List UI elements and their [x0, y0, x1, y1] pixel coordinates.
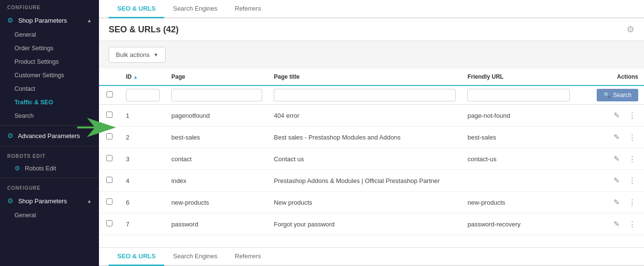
id-column-header[interactable]: ID ▲ — [120, 69, 166, 85]
edit-icon[interactable]: ✎ — [611, 131, 622, 143]
page-filter-cell — [166, 85, 268, 105]
edit-icon[interactable]: ✎ — [611, 175, 622, 186]
sidebar-item-customer-settings[interactable]: Customer Settings — [0, 69, 99, 82]
id-filter-input[interactable] — [126, 89, 160, 101]
row-friendly-url: password-recovery — [462, 213, 575, 235]
main-content: SEO & URLS Search Engines Referrers SEO … — [99, 0, 644, 266]
row-checkbox[interactable] — [106, 112, 112, 118]
arrow-indicator — [77, 118, 116, 139]
sidebar-item-order-settings[interactable]: Order Settings — [0, 42, 99, 55]
row-id: 3 — [120, 148, 166, 170]
row-actions-cell: ✎ ⋮ — [575, 105, 644, 126]
row-id: 2 — [120, 126, 166, 148]
tab-search-engines-bottom[interactable]: Search Engines — [164, 248, 226, 266]
row-checkbox-cell — [99, 148, 120, 170]
row-checkbox[interactable] — [106, 220, 112, 226]
filter-row: 🔍 Search — [99, 85, 644, 105]
sidebar-item-general[interactable]: General — [0, 28, 99, 42]
edit-icon[interactable]: ✎ — [611, 196, 622, 208]
configure-label: CONFIGURE — [0, 0, 99, 13]
table-row: 3 contact Contact us contact-us ✎ ⋮ — [99, 148, 644, 170]
select-all-header — [99, 69, 120, 85]
sidebar-item-traffic-seo[interactable]: Traffic & SEO — [0, 96, 99, 109]
row-friendly-url — [462, 170, 575, 192]
page-header: SEO & URLs (42) ⚙ — [99, 18, 644, 41]
row-id: 7 — [120, 213, 166, 235]
tab-referrers[interactable]: Referrers — [226, 0, 269, 18]
table-row: 6 new-products New products new-products… — [99, 192, 644, 213]
chevron-up-icon-2: ▲ — [87, 198, 92, 204]
seo-urls-table: ID ▲ Page Page title Friendly URL — [99, 69, 644, 247]
row-id: 4 — [120, 170, 166, 192]
shop-parameters-header[interactable]: ⚙ Shop Parameters ▲ — [0, 13, 99, 28]
row-friendly-url: page-not-found — [462, 105, 575, 126]
row-checkbox-cell — [99, 170, 120, 192]
row-page: new-products — [166, 192, 268, 213]
bulk-actions-button[interactable]: Bulk actions ▼ — [109, 47, 166, 63]
row-actions-cell: ✎ ⋮ — [575, 213, 644, 235]
robots-edit-section-label: ROBOTS EDIT — [0, 149, 99, 161]
row-page-title: Best sales - Prestashop Modules and Addo… — [268, 126, 462, 148]
search-button-cell: 🔍 Search — [575, 85, 644, 105]
page-title: SEO & URLs (42) — [109, 25, 179, 35]
row-actions-cell: ✎ ⋮ — [575, 148, 644, 170]
top-tabs: SEO & URLS Search Engines Referrers — [99, 0, 644, 18]
tab-seo-urls-bottom[interactable]: SEO & URLS — [109, 248, 164, 266]
row-page-title: Contact us — [268, 148, 462, 170]
row-page-title: 404 error — [268, 105, 462, 126]
more-options-icon[interactable]: ⋮ — [626, 131, 638, 143]
table-row: 1 pagenotfound 404 error page-not-found … — [99, 105, 644, 126]
row-id: 1 — [120, 105, 166, 126]
title-filter-cell — [268, 85, 462, 105]
row-page: pagenotfound — [166, 105, 268, 126]
gear-icon-advanced: ⚙ — [7, 132, 14, 140]
row-checkbox[interactable] — [106, 155, 112, 161]
row-actions-cell: ✎ ⋮ — [575, 170, 644, 192]
configure2-label: CONFIGURE — [0, 181, 99, 193]
search-icon: 🔍 — [603, 92, 611, 98]
title-filter-input[interactable] — [274, 89, 456, 101]
tab-seo-urls[interactable]: SEO & URLS — [109, 0, 164, 18]
row-checkbox-cell — [99, 192, 120, 213]
more-options-icon[interactable]: ⋮ — [626, 175, 638, 186]
select-all-checkbox[interactable] — [105, 91, 114, 98]
row-friendly-url: contact-us — [462, 148, 575, 170]
row-page: best-sales — [166, 126, 268, 148]
row-checkbox[interactable] — [106, 177, 112, 183]
search-button[interactable]: 🔍 Search — [597, 89, 638, 101]
edit-icon[interactable]: ✎ — [611, 153, 622, 165]
svg-marker-0 — [77, 118, 116, 137]
sort-arrow-icon: ▲ — [133, 74, 138, 80]
shop-parameters2-header[interactable]: ⚙ Shop Parameters ▲ — [0, 193, 99, 209]
tab-search-engines[interactable]: Search Engines — [164, 0, 226, 18]
settings-icon[interactable]: ⚙ — [627, 24, 634, 35]
url-filter-input[interactable] — [467, 89, 570, 101]
more-options-icon[interactable]: ⋮ — [626, 196, 638, 208]
actions-column-header: Actions — [575, 69, 644, 85]
row-actions-cell: ✎ ⋮ — [575, 126, 644, 148]
page-filter-input[interactable] — [171, 89, 262, 101]
table-row: 2 best-sales Best sales - Prestashop Mod… — [99, 126, 644, 148]
friendly-url-column-header[interactable]: Friendly URL — [462, 69, 575, 85]
page-column-header[interactable]: Page — [166, 69, 268, 85]
sidebar-item-product-settings[interactable]: Product Settings — [0, 55, 99, 69]
sidebar-item-general2[interactable]: General — [0, 209, 99, 222]
bottom-tabs: SEO & URLS Search Engines Referrers — [99, 247, 644, 266]
toolbar: Bulk actions ▼ — [99, 41, 644, 69]
edit-icon[interactable]: ✎ — [611, 218, 622, 230]
page-title-column-header[interactable]: Page title — [268, 69, 462, 85]
row-id: 6 — [120, 192, 166, 213]
more-options-icon[interactable]: ⋮ — [626, 218, 638, 230]
edit-icon[interactable]: ✎ — [611, 110, 622, 121]
gear-icon: ⚙ — [7, 16, 14, 24]
id-filter-cell — [120, 85, 166, 105]
sidebar-item-robots-edit[interactable]: ⚙ Robots Edit — [0, 161, 99, 175]
row-friendly-url: best-sales — [462, 126, 575, 148]
more-options-icon[interactable]: ⋮ — [626, 110, 638, 121]
tab-referrers-bottom[interactable]: Referrers — [226, 248, 269, 266]
more-options-icon[interactable]: ⋮ — [626, 153, 638, 165]
table-row: 7 password Forgot your password password… — [99, 213, 644, 235]
row-actions-cell: ✎ ⋮ — [575, 192, 644, 213]
sidebar-item-contact[interactable]: Contact — [0, 82, 99, 96]
row-checkbox[interactable] — [106, 198, 112, 205]
